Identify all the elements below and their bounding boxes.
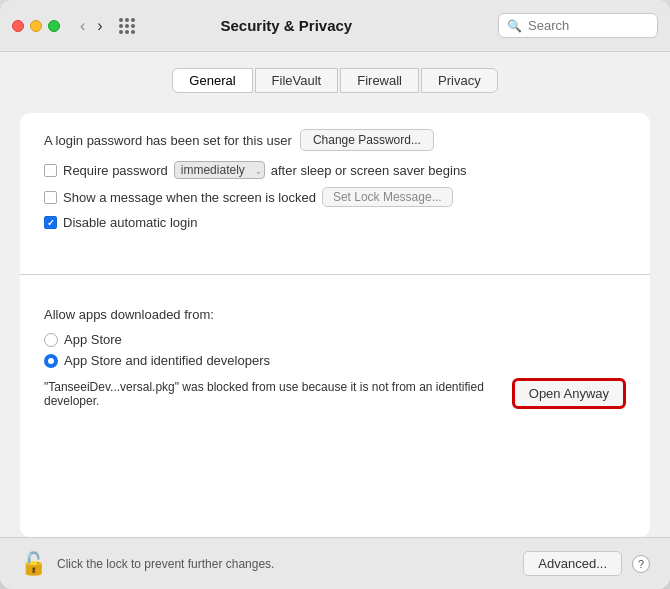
- require-password-row: Require password immediately after sleep…: [44, 161, 626, 179]
- immediately-dropdown[interactable]: immediately: [174, 161, 265, 179]
- tab-filevault[interactable]: FileVault: [255, 68, 339, 93]
- after-sleep-label: after sleep or screen saver begins: [271, 163, 467, 178]
- set-lock-message-button[interactable]: Set Lock Message...: [322, 187, 453, 207]
- tab-firewall[interactable]: Firewall: [340, 68, 419, 93]
- blocked-app-row: "TanseeiDev...versal.pkg" was blocked fr…: [44, 378, 626, 409]
- disable-login-label: Disable automatic login: [63, 215, 197, 230]
- disable-login-row: Disable automatic login: [44, 215, 626, 230]
- content-area: General FileVault Firewall Privacy A log…: [0, 52, 670, 537]
- traffic-lights: [12, 20, 60, 32]
- footer-lock-text: Click the lock to prevent further change…: [57, 557, 513, 571]
- app-store-identified-row: App Store and identified developers: [44, 353, 626, 368]
- footer: 🔓 Click the lock to prevent further chan…: [0, 537, 670, 589]
- blocked-app-text: "TanseeiDev...versal.pkg" was blocked fr…: [44, 380, 500, 408]
- window-title: Security & Privacy: [83, 17, 490, 34]
- show-message-checkbox[interactable]: [44, 191, 57, 204]
- search-icon: 🔍: [507, 19, 522, 33]
- titlebar: ‹ › Security & Privacy 🔍: [0, 0, 670, 52]
- change-password-button[interactable]: Change Password...: [300, 129, 434, 151]
- tab-privacy[interactable]: Privacy: [421, 68, 498, 93]
- tab-general[interactable]: General: [172, 68, 252, 93]
- login-password-label: A login password has been set for this u…: [44, 133, 292, 148]
- minimize-button[interactable]: [30, 20, 42, 32]
- divider: [20, 274, 650, 275]
- advanced-button[interactable]: Advanced...: [523, 551, 622, 576]
- immediately-dropdown-wrap[interactable]: immediately: [174, 161, 265, 179]
- require-password-label: Require password: [63, 163, 168, 178]
- disable-login-checkbox[interactable]: [44, 216, 57, 229]
- search-box[interactable]: 🔍: [498, 13, 658, 38]
- allow-apps-label: Allow apps downloaded from:: [44, 307, 626, 322]
- window: ‹ › Security & Privacy 🔍 General FileVau…: [0, 0, 670, 589]
- app-store-identified-label: App Store and identified developers: [64, 353, 270, 368]
- search-input[interactable]: [528, 18, 649, 33]
- open-anyway-button[interactable]: Open Anyway: [512, 378, 626, 409]
- show-message-label: Show a message when the screen is locked: [63, 190, 316, 205]
- app-store-label: App Store: [64, 332, 122, 347]
- login-section: A login password has been set for this u…: [20, 113, 650, 258]
- help-button[interactable]: ?: [632, 555, 650, 573]
- login-password-row: A login password has been set for this u…: [44, 129, 626, 151]
- show-message-row: Show a message when the screen is locked…: [44, 187, 626, 207]
- settings-panel: A login password has been set for this u…: [20, 113, 650, 537]
- lock-icon[interactable]: 🔓: [20, 551, 47, 577]
- app-store-identified-radio[interactable]: [44, 354, 58, 368]
- tab-bar: General FileVault Firewall Privacy: [20, 68, 650, 93]
- app-store-radio[interactable]: [44, 333, 58, 347]
- app-store-row: App Store: [44, 332, 626, 347]
- require-password-checkbox[interactable]: [44, 164, 57, 177]
- apps-section: Allow apps downloaded from: App Store Ap…: [20, 291, 650, 425]
- close-button[interactable]: [12, 20, 24, 32]
- fullscreen-button[interactable]: [48, 20, 60, 32]
